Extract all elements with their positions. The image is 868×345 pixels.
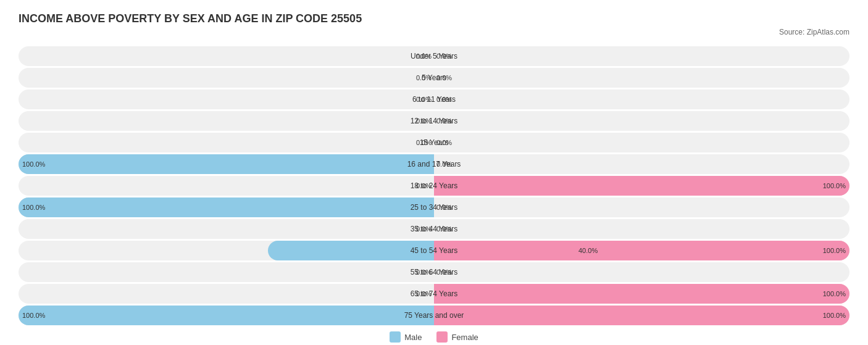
male-value: 0.0% xyxy=(416,52,432,60)
female-value: 0.0% xyxy=(436,160,452,168)
female-value: 100.0% xyxy=(823,182,846,189)
female-value: 0.0% xyxy=(436,52,452,60)
female-bar xyxy=(434,241,849,260)
source-label: Source: ZipAtlas.com xyxy=(19,28,849,36)
bar-row: Under 5 Years0.0%0.0% xyxy=(19,46,849,66)
male-bar xyxy=(19,197,434,217)
male-value: 0.0% xyxy=(416,96,432,103)
female-value: 0.0% xyxy=(436,268,452,276)
female-value: 0.0% xyxy=(436,204,452,211)
bar-row: 35 to 44 Years0.0%0.0% xyxy=(19,219,849,239)
legend: Male Female xyxy=(19,331,849,343)
male-value: 0.0% xyxy=(416,290,432,297)
male-value: 100.0% xyxy=(22,204,45,211)
bar-row: 16 and 17 Years100.0%0.0% xyxy=(19,154,849,174)
female-bar xyxy=(434,176,849,196)
male-bar xyxy=(19,306,434,325)
male-bar xyxy=(19,154,434,174)
bar-row: 65 to 74 Years0.0%100.0% xyxy=(19,284,849,304)
legend-female-box xyxy=(436,331,448,343)
female-bar xyxy=(434,306,849,325)
legend-male: Male xyxy=(390,331,422,343)
bar-row: 45 to 54 Years40.0%100.0% xyxy=(19,241,849,260)
female-value: 100.0% xyxy=(823,247,846,254)
bar-row: 12 to 14 Years0.0%0.0% xyxy=(19,111,849,131)
legend-female: Female xyxy=(436,331,478,343)
female-value: 0.0% xyxy=(436,74,452,81)
legend-male-label: Male xyxy=(404,333,422,342)
legend-male-box xyxy=(390,331,401,343)
bar-row: 18 to 24 Years0.0%100.0% xyxy=(19,176,849,196)
male-value: 0.0% xyxy=(416,74,432,81)
male-value: 0.0% xyxy=(416,182,432,189)
female-value: 0.0% xyxy=(436,225,452,233)
male-value: 0.0% xyxy=(416,139,432,146)
bar-row: 15 Years0.0%0.0% xyxy=(19,133,849,152)
bar-row: 55 to 64 Years0.0%0.0% xyxy=(19,262,849,282)
male-value: 40.0% xyxy=(578,247,598,254)
female-value: 100.0% xyxy=(823,290,846,297)
male-value: 0.0% xyxy=(416,117,432,125)
female-value: 0.0% xyxy=(436,96,452,103)
male-value: 100.0% xyxy=(22,312,45,319)
male-value: 0.0% xyxy=(416,268,432,276)
chart-area: Under 5 Years0.0%0.0%5 Years0.0%0.0%6 to… xyxy=(19,46,849,325)
male-value: 0.0% xyxy=(416,225,432,233)
female-value: 0.0% xyxy=(436,139,452,146)
bar-row: 75 Years and over100.0%100.0% xyxy=(19,306,849,325)
male-bar xyxy=(268,241,434,260)
bar-row: 5 Years0.0%0.0% xyxy=(19,68,849,88)
male-value: 100.0% xyxy=(22,160,45,168)
female-bar xyxy=(434,284,849,304)
bar-row: 25 to 34 Years100.0%0.0% xyxy=(19,197,849,217)
legend-female-label: Female xyxy=(451,333,478,342)
bar-row: 6 to 11 Years0.0%0.0% xyxy=(19,89,849,109)
female-value: 100.0% xyxy=(823,312,846,319)
chart-title: INCOME ABOVE POVERTY BY SEX AND AGE IN Z… xyxy=(19,12,849,25)
female-value: 0.0% xyxy=(436,117,452,125)
